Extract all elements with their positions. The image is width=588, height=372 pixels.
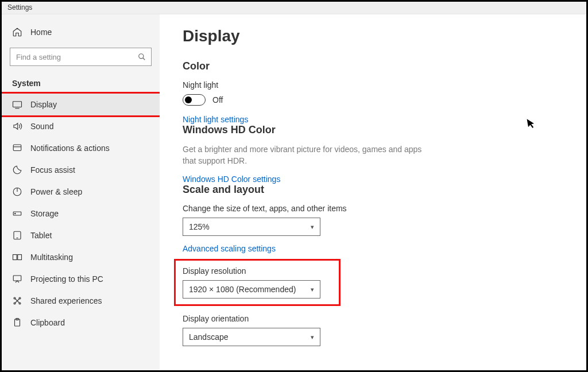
sidebar-item-label: Multitasking <box>30 253 73 262</box>
page-title: Display <box>183 27 563 45</box>
svg-rect-14 <box>13 276 21 281</box>
hd-color-desc: Get a brighter and more vibrant picture … <box>183 144 424 166</box>
section-color: Color Night light Off Night light settin… <box>183 60 563 124</box>
tablet-icon <box>12 230 22 241</box>
night-light-label: Night light <box>183 80 563 90</box>
sidebar-item-display[interactable]: Display <box>2 92 160 117</box>
storage-icon <box>12 208 22 219</box>
home-icon <box>12 27 22 37</box>
resolution-highlight: Display resolution 1920 × 1080 (Recommen… <box>174 259 341 306</box>
sidebar-item-storage[interactable]: Storage <box>2 203 160 224</box>
shared-experiences-icon <box>12 296 22 306</box>
hd-color-settings-link[interactable]: Windows HD Color settings <box>183 175 280 184</box>
projecting-icon <box>12 274 22 284</box>
sidebar-item-clipboard[interactable]: Clipboard <box>2 312 160 334</box>
sidebar-item-projecting[interactable]: Projecting to this PC <box>2 268 160 290</box>
svg-point-0 <box>139 54 144 59</box>
clipboard-icon <box>12 317 22 328</box>
home-button[interactable]: Home <box>2 22 160 42</box>
sidebar-item-sound[interactable]: Sound <box>2 115 160 137</box>
sidebar-item-label: Shared experiences <box>30 296 102 305</box>
settings-window: Settings Home System Display <box>0 0 588 372</box>
scale-size-label: Change the size of text, apps, and other… <box>183 204 563 213</box>
svg-rect-2 <box>13 102 22 107</box>
scale-size-value: 125% <box>189 222 210 231</box>
power-icon <box>12 187 22 197</box>
night-light-toggle[interactable] <box>183 94 206 106</box>
window-title: Settings <box>2 2 586 14</box>
sidebar-item-label: Storage <box>30 209 59 218</box>
orientation-dropdown[interactable]: Landscape ▾ <box>183 328 320 346</box>
svg-line-1 <box>143 58 145 60</box>
sound-icon <box>12 121 22 131</box>
sidebar-item-focus-assist[interactable]: Focus assist <box>2 159 160 181</box>
svg-rect-13 <box>18 255 22 260</box>
focus-assist-icon <box>12 165 22 175</box>
search-icon <box>138 53 146 61</box>
sidebar-item-multitasking[interactable]: Multitasking <box>2 246 160 268</box>
sidebar-item-power-sleep[interactable]: Power & sleep <box>2 181 160 203</box>
chevron-down-icon: ▾ <box>311 223 314 231</box>
night-light-settings-link[interactable]: Night light settings <box>183 115 248 124</box>
sidebar-item-label: Notifications & actions <box>30 144 110 153</box>
section-hd-color: Windows HD Color Get a brighter and more… <box>183 124 563 184</box>
sidebar-item-shared-experiences[interactable]: Shared experiences <box>2 290 160 312</box>
sidebar-item-label: Power & sleep <box>30 187 82 196</box>
sidebar-item-label: Clipboard <box>30 318 65 327</box>
notifications-icon <box>12 143 22 153</box>
sidebar-item-label: Projecting to this PC <box>30 274 103 284</box>
sidebar-item-notifications[interactable]: Notifications & actions <box>2 137 160 159</box>
content: Display Color Night light Off Night ligh… <box>160 14 586 370</box>
resolution-value: 1920 × 1080 (Recommended) <box>189 285 296 294</box>
section-scale-layout: Scale and layout Change the size of text… <box>183 184 563 346</box>
sidebar-item-label: Display <box>30 100 57 109</box>
svg-rect-12 <box>13 255 17 260</box>
home-label: Home <box>30 28 52 37</box>
orientation-value: Landscape <box>189 332 229 342</box>
display-icon <box>12 99 22 110</box>
svg-point-9 <box>15 213 16 214</box>
multitasking-icon <box>12 252 22 262</box>
svg-rect-4 <box>13 145 21 151</box>
sidebar-item-label: Tablet <box>30 231 52 240</box>
window-body: Home System Display Sound <box>2 14 586 370</box>
night-light-state: Off <box>212 95 223 104</box>
section-heading: Color <box>183 60 563 72</box>
sidebar-item-tablet[interactable]: Tablet <box>2 224 160 246</box>
advanced-scaling-link[interactable]: Advanced scaling settings <box>183 244 276 253</box>
resolution-label: Display resolution <box>183 266 332 276</box>
search-wrap <box>10 48 152 66</box>
orientation-label: Display orientation <box>183 314 563 323</box>
section-heading: Windows HD Color <box>183 124 563 136</box>
sidebar-group: System <box>2 75 160 94</box>
chevron-down-icon: ▾ <box>311 334 314 341</box>
section-heading: Scale and layout <box>183 184 563 196</box>
sidebar: Home System Display Sound <box>2 14 160 370</box>
chevron-down-icon: ▾ <box>311 286 314 293</box>
resolution-dropdown[interactable]: 1920 × 1080 (Recommended) ▾ <box>183 280 320 299</box>
sidebar-item-label: Sound <box>30 122 53 131</box>
sidebar-item-label: Focus assist <box>30 165 75 175</box>
scale-size-dropdown[interactable]: 125% ▾ <box>183 218 320 236</box>
search-input[interactable] <box>10 48 152 66</box>
